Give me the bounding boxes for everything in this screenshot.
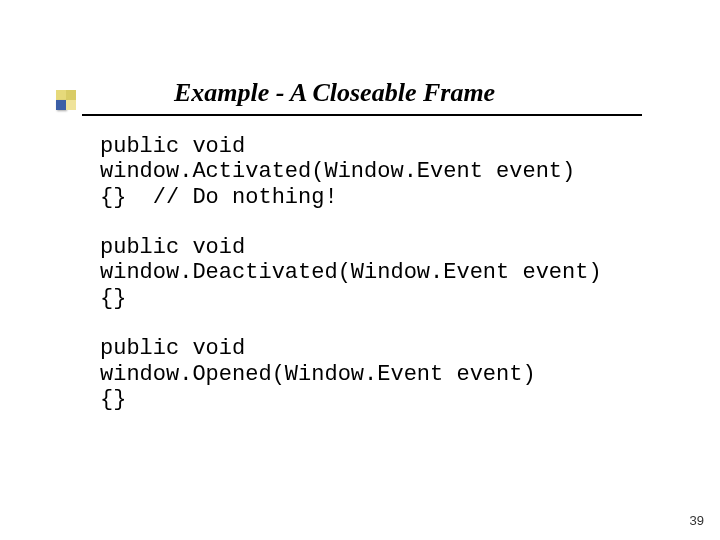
code-block-1: public void window.Activated(Window.Even… bbox=[100, 134, 575, 210]
code-block-2: public void window.Deactivated(Window.Ev… bbox=[100, 235, 602, 311]
code-area: public void window.Activated(Window.Even… bbox=[100, 134, 670, 412]
slide-bullet-icon bbox=[56, 90, 78, 112]
code-block-3: public void window.Opened(Window.Event e… bbox=[100, 336, 536, 412]
title-underline bbox=[82, 114, 642, 116]
slide-title: Example - A Closeable Frame bbox=[174, 78, 495, 107]
page-number: 39 bbox=[690, 513, 704, 528]
slide-title-block: Example - A Closeable Frame bbox=[174, 78, 604, 108]
